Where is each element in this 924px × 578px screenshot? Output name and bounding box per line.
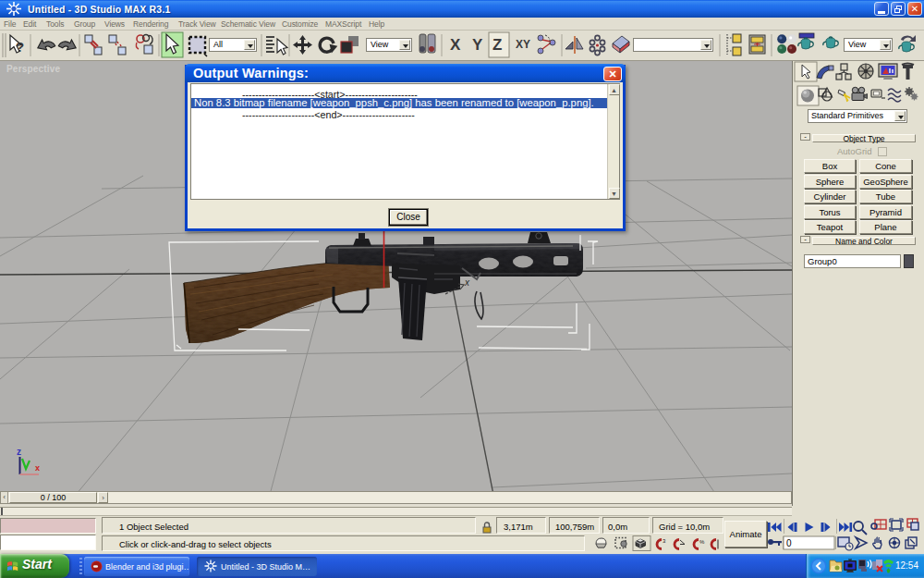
svg-text:x: x: [464, 277, 470, 288]
svg-text:XY: XY: [516, 38, 530, 51]
svg-text:z: z: [17, 447, 21, 457]
svg-text:Z: Z: [492, 36, 502, 54]
svg-text:3: 3: [663, 538, 666, 544]
svg-text:0: 0: [786, 538, 792, 548]
svg-text:x: x: [35, 463, 40, 473]
svg-text:Y: Y: [472, 36, 483, 54]
svg-text:X: X: [450, 36, 461, 54]
svg-text:?: ?: [16, 39, 24, 55]
svg-text:%: %: [699, 539, 705, 545]
